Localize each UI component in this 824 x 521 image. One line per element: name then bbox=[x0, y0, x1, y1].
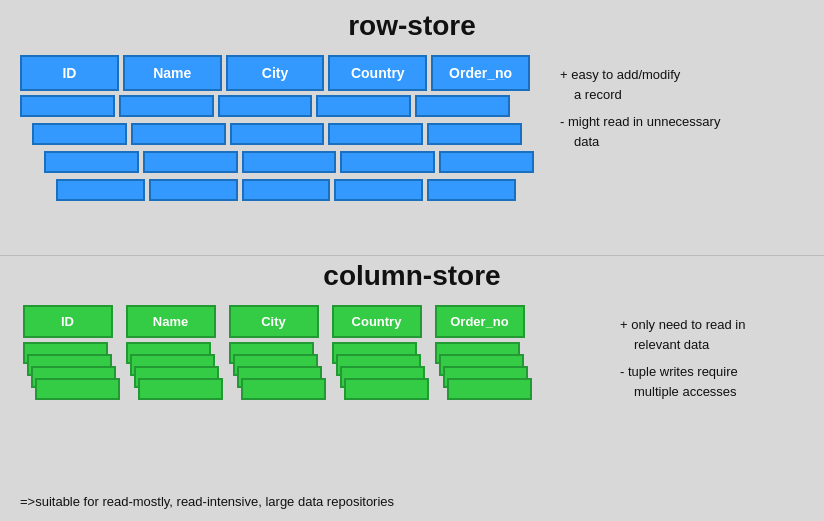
cs-group-name: Name bbox=[123, 305, 218, 412]
row-store-visual: ID Name City Country Order_no bbox=[20, 55, 530, 225]
cs-cell bbox=[344, 378, 429, 400]
cs-cell bbox=[241, 378, 326, 400]
cs-stack-city bbox=[229, 342, 319, 412]
footer-note: =>suitable for read-mostly, read-intensi… bbox=[20, 494, 394, 509]
cs-annotations: + only need to read in relevant data - t… bbox=[620, 315, 745, 401]
cs-header-orderno: Order_no bbox=[435, 305, 525, 338]
cs-con-line1: - tuple writes require bbox=[620, 362, 745, 382]
cs-group-orderno: Order_no bbox=[432, 305, 527, 412]
rs-col-country: Country bbox=[328, 55, 427, 91]
cs-cell bbox=[138, 378, 223, 400]
rs-pro-line2: a record bbox=[560, 85, 720, 105]
cs-header-name: Name bbox=[126, 305, 216, 338]
cs-cell bbox=[447, 378, 532, 400]
rs-col-name: Name bbox=[123, 55, 222, 91]
cs-group-city: City bbox=[226, 305, 321, 412]
rs-annotations: + easy to add/modify a record - might re… bbox=[560, 65, 720, 151]
cs-pro-line2: relevant data bbox=[620, 335, 745, 355]
column-store-section: column-store ID Name bbox=[0, 260, 824, 302]
cs-header-country: Country bbox=[332, 305, 422, 338]
cs-pro-line1: + only need to read in bbox=[620, 315, 745, 335]
cs-cell bbox=[35, 378, 120, 400]
rs-con-line1: - might read in unnecessary bbox=[560, 112, 720, 132]
page-container: row-store ID Name City Country Order_no bbox=[0, 0, 824, 521]
rs-row-5 bbox=[56, 179, 516, 201]
cs-con-line2: multiple accesses bbox=[620, 382, 745, 402]
rs-pro-line1: + easy to add/modify bbox=[560, 65, 720, 85]
column-store-title: column-store bbox=[0, 260, 824, 292]
cs-group-id: ID bbox=[20, 305, 115, 412]
row-store-section: row-store ID Name City Country Order_no bbox=[0, 10, 824, 50]
cs-visual: ID Name City bbox=[20, 305, 527, 412]
rs-header-row: ID Name City Country Order_no bbox=[20, 55, 530, 91]
rs-con-line2: data bbox=[560, 132, 720, 152]
rs-stacked-rows bbox=[20, 95, 530, 225]
row-store-title: row-store bbox=[0, 10, 824, 42]
cs-stack-name bbox=[126, 342, 216, 412]
rs-row-2 bbox=[20, 95, 510, 117]
cs-group-country: Country bbox=[329, 305, 424, 412]
rs-col-orderno: Order_no bbox=[431, 55, 530, 91]
rs-row-3 bbox=[32, 123, 522, 145]
section-divider bbox=[0, 255, 824, 256]
cs-header-id: ID bbox=[23, 305, 113, 338]
cs-stack-orderno bbox=[435, 342, 525, 412]
cs-stack-id bbox=[23, 342, 113, 412]
cs-stack-country bbox=[332, 342, 422, 412]
rs-col-id: ID bbox=[20, 55, 119, 91]
rs-col-city: City bbox=[226, 55, 325, 91]
rs-row-4 bbox=[44, 151, 534, 173]
cs-header-city: City bbox=[229, 305, 319, 338]
